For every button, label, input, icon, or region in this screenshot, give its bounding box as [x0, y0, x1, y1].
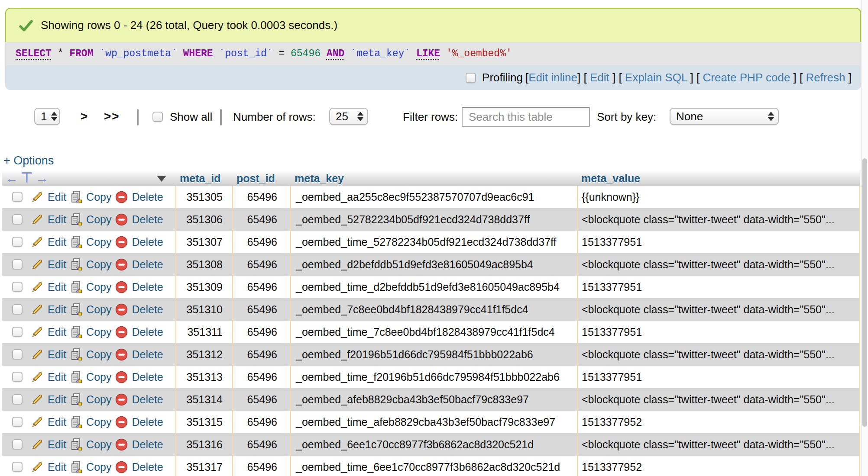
delete-icon[interactable] [115, 393, 128, 406]
rows-per-page-select[interactable]: 25 [329, 108, 368, 125]
copy-link[interactable]: Copy [86, 303, 111, 316]
edit-link[interactable]: Edit [48, 348, 66, 361]
last-page-link[interactable]: >> [104, 109, 120, 123]
move-left-icon[interactable]: ← [5, 172, 18, 185]
edit-query-link[interactable]: Edit [590, 71, 609, 84]
delete-link[interactable]: Delete [132, 191, 163, 203]
edit-pencil-icon[interactable] [31, 325, 44, 338]
delete-icon[interactable] [115, 326, 128, 338]
header-meta-key[interactable]: meta_key [291, 171, 577, 186]
delete-link[interactable]: Delete [132, 438, 163, 451]
delete-icon[interactable] [115, 213, 128, 226]
edit-pencil-icon[interactable] [31, 280, 44, 293]
row-checkbox[interactable] [12, 214, 23, 225]
row-checkbox[interactable] [12, 394, 23, 405]
move-right-icon[interactable]: → [36, 172, 49, 185]
show-all-checkbox[interactable] [152, 112, 163, 122]
delete-link[interactable]: Delete [132, 303, 163, 316]
edit-link[interactable]: Edit [48, 326, 66, 338]
copy-icon[interactable] [70, 235, 82, 248]
next-page-link[interactable]: > [81, 109, 87, 123]
edit-pencil-icon[interactable] [31, 235, 44, 248]
profiling-checkbox[interactable] [466, 73, 476, 83]
edit-link[interactable]: Edit [48, 303, 66, 316]
copy-link[interactable]: Copy [86, 371, 111, 383]
edit-link[interactable]: Edit [48, 461, 66, 473]
sort-key-select[interactable]: None [670, 108, 779, 125]
copy-link[interactable]: Copy [86, 393, 111, 406]
copy-link[interactable]: Copy [86, 258, 111, 271]
edit-link[interactable]: Edit [48, 258, 66, 271]
copy-icon[interactable] [70, 325, 82, 338]
edit-link[interactable]: Edit [48, 393, 66, 406]
delete-link[interactable]: Delete [132, 281, 163, 293]
delete-icon[interactable] [115, 371, 128, 383]
copy-icon[interactable] [70, 213, 82, 226]
copy-link[interactable]: Copy [86, 416, 111, 428]
table-search-input[interactable] [462, 107, 590, 127]
delete-link[interactable]: Delete [132, 236, 163, 248]
copy-icon[interactable] [70, 370, 82, 383]
create-php-code-link[interactable]: Create PHP code [703, 71, 790, 84]
row-checkbox[interactable] [12, 282, 23, 292]
edit-link[interactable]: Edit [48, 191, 66, 203]
copy-icon[interactable] [70, 190, 82, 203]
header-meta-id[interactable]: meta_id [176, 171, 233, 186]
delete-icon[interactable] [115, 438, 128, 451]
delete-icon[interactable] [115, 191, 128, 203]
page-select[interactable]: 1 [34, 108, 60, 125]
row-checkbox[interactable] [12, 327, 23, 337]
row-checkbox[interactable] [12, 439, 23, 450]
delete-icon[interactable] [115, 416, 128, 428]
delete-icon[interactable] [115, 281, 128, 293]
edit-inline-link[interactable]: Edit inline [528, 71, 577, 84]
row-checkbox[interactable] [12, 349, 23, 360]
row-checkbox[interactable] [12, 417, 23, 427]
delete-link[interactable]: Delete [132, 393, 163, 406]
delete-link[interactable]: Delete [132, 258, 163, 271]
row-checkbox[interactable] [12, 192, 23, 202]
edit-pencil-icon[interactable] [31, 213, 44, 226]
copy-icon[interactable] [70, 348, 82, 361]
edit-link[interactable]: Edit [48, 236, 66, 248]
edit-pencil-icon[interactable] [31, 190, 44, 203]
copy-icon[interactable] [70, 258, 82, 271]
delete-icon[interactable] [115, 236, 128, 248]
header-post-id[interactable]: post_id [233, 171, 291, 186]
copy-link[interactable]: Copy [86, 236, 111, 248]
options-toggle[interactable]: + Options [3, 154, 54, 167]
copy-link[interactable]: Copy [86, 281, 111, 293]
edit-pencil-icon[interactable] [31, 415, 44, 428]
edit-link[interactable]: Edit [48, 371, 66, 383]
copy-link[interactable]: Copy [86, 438, 111, 451]
row-checkbox[interactable] [12, 372, 23, 382]
delete-icon[interactable] [115, 258, 128, 271]
copy-link[interactable]: Copy [86, 348, 111, 361]
refresh-link[interactable]: Refresh [806, 71, 845, 84]
delete-icon[interactable] [115, 348, 128, 361]
delete-link[interactable]: Delete [132, 213, 163, 226]
copy-link[interactable]: Copy [86, 191, 111, 203]
edit-pencil-icon[interactable] [31, 303, 44, 316]
row-checkbox[interactable] [12, 259, 23, 270]
table-structure-icon[interactable]: ⊤ [21, 170, 33, 184]
edit-link[interactable]: Edit [48, 213, 66, 226]
edit-pencil-icon[interactable] [31, 370, 44, 383]
column-dropdown-icon[interactable] [157, 176, 166, 182]
edit-pencil-icon[interactable] [31, 348, 44, 361]
header-meta-value[interactable]: meta_value [577, 171, 860, 186]
delete-link[interactable]: Delete [132, 416, 163, 428]
show-all-label[interactable]: Show all [170, 110, 212, 124]
copy-icon[interactable] [70, 303, 82, 316]
edit-link[interactable]: Edit [48, 281, 66, 293]
edit-link[interactable]: Edit [48, 438, 66, 451]
copy-icon[interactable] [70, 438, 82, 451]
row-checkbox[interactable] [12, 237, 23, 247]
edit-pencil-icon[interactable] [31, 460, 44, 473]
row-checkbox[interactable] [12, 462, 23, 472]
copy-icon[interactable] [70, 460, 82, 473]
delete-link[interactable]: Delete [132, 348, 163, 361]
edit-pencil-icon[interactable] [31, 438, 44, 451]
edit-pencil-icon[interactable] [31, 393, 44, 406]
copy-link[interactable]: Copy [86, 461, 111, 473]
